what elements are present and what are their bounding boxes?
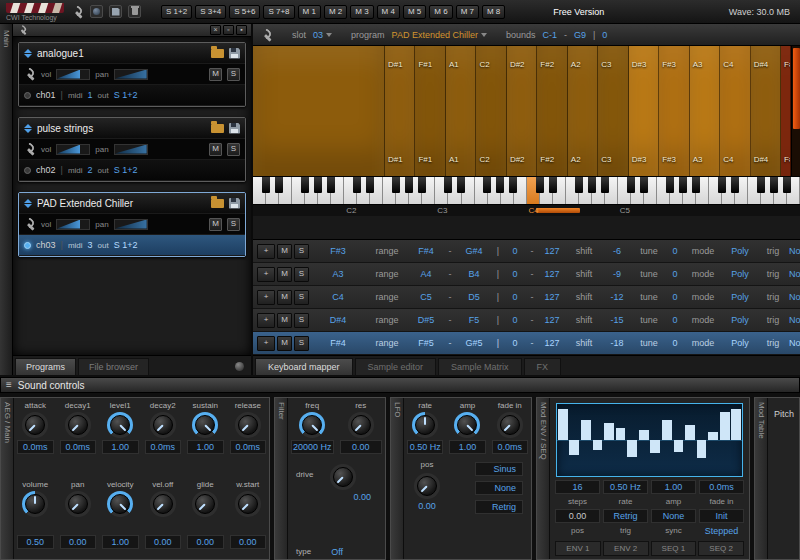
range-to-value[interactable]: G#5 bbox=[457, 338, 491, 348]
piano-key-black[interactable] bbox=[536, 177, 544, 193]
velocity-knob[interactable] bbox=[107, 491, 133, 517]
decay1-value[interactable]: 0.0ms bbox=[60, 440, 97, 454]
vol-fader[interactable] bbox=[56, 219, 90, 230]
tab-fx[interactable]: FX bbox=[524, 358, 562, 375]
rate-value[interactable]: 0.50 Hz bbox=[407, 440, 443, 454]
piano-key-black[interactable] bbox=[731, 177, 739, 193]
tab-seq-2[interactable]: SEQ 2 bbox=[698, 541, 744, 556]
mute-button[interactable]: M bbox=[277, 313, 292, 328]
shift-value[interactable]: -6 bbox=[603, 246, 631, 256]
wrench-icon[interactable] bbox=[24, 68, 36, 80]
range-from-value[interactable]: F#4 bbox=[409, 246, 443, 256]
mute-button[interactable]: M bbox=[277, 244, 292, 259]
seq-step-bar[interactable] bbox=[674, 440, 684, 452]
program-slot[interactable]: PAD Extended ChillervolpanMSch03|midi3ou… bbox=[18, 192, 246, 257]
save-icon[interactable] bbox=[229, 48, 240, 59]
vel.off-knob[interactable] bbox=[150, 491, 176, 517]
shift-value[interactable]: -18 bbox=[603, 338, 631, 348]
minimize-button[interactable]: ▪ bbox=[236, 25, 247, 35]
mute-button[interactable]: M bbox=[277, 290, 292, 305]
freq-value[interactable]: 20000 Hz bbox=[291, 440, 334, 454]
maximize-button[interactable]: ▫ bbox=[223, 25, 234, 35]
vel.off-value[interactable]: 0.00 bbox=[145, 535, 182, 549]
piano-key-black[interactable] bbox=[444, 177, 452, 193]
sample-zone[interactable] bbox=[253, 46, 385, 176]
seq-step-bar[interactable] bbox=[685, 425, 695, 440]
pan-fader[interactable] bbox=[114, 144, 148, 155]
bus-button-s-5+6[interactable]: S 5+6 bbox=[229, 5, 260, 19]
root-note-value[interactable]: D#4 bbox=[311, 315, 365, 325]
lfo-sync-value[interactable]: None bbox=[475, 481, 523, 495]
piano-key-black[interactable] bbox=[718, 177, 726, 193]
bounds-low-value[interactable]: C-1 bbox=[542, 30, 557, 40]
trash-icon[interactable] bbox=[128, 5, 141, 18]
release-knob[interactable] bbox=[235, 412, 261, 438]
tab-sample-editor[interactable]: Sample editor bbox=[355, 358, 437, 375]
pan-fader[interactable] bbox=[114, 69, 148, 80]
seq-fadein-value[interactable]: 0.0ms bbox=[699, 480, 744, 494]
pan-knob[interactable] bbox=[65, 491, 91, 517]
sample-zone[interactable]: C3C3 bbox=[598, 46, 628, 176]
attack-value[interactable]: 0.0ms bbox=[17, 440, 54, 454]
mode-value[interactable]: Poly bbox=[723, 269, 757, 279]
output-value[interactable]: S 1+2 bbox=[114, 90, 138, 100]
velocity-high-value[interactable]: 127 bbox=[539, 246, 565, 256]
save-icon[interactable] bbox=[229, 198, 240, 209]
velocity-low-value[interactable]: 0 bbox=[505, 338, 525, 348]
sustain-value[interactable]: 1.00 bbox=[187, 440, 224, 454]
mod-table-item[interactable]: Pitch bbox=[768, 401, 799, 419]
bus-button-m-2[interactable]: M 2 bbox=[324, 5, 347, 19]
piano-key-black[interactable] bbox=[783, 177, 791, 193]
seq-step-bar[interactable] bbox=[558, 409, 568, 440]
drive-knob[interactable] bbox=[330, 464, 356, 490]
seq-step-bar[interactable] bbox=[593, 440, 603, 450]
piano-key-black[interactable] bbox=[457, 177, 465, 193]
piano-key-black[interactable] bbox=[640, 177, 648, 193]
rate-knob[interactable] bbox=[412, 412, 438, 438]
tab-file-browser[interactable]: File browser bbox=[78, 358, 149, 375]
tune-value[interactable]: 0 bbox=[667, 292, 683, 302]
init-button[interactable]: Init bbox=[699, 509, 744, 523]
folder-icon[interactable] bbox=[211, 49, 224, 58]
tab-env-1[interactable]: ENV 1 bbox=[555, 541, 601, 556]
amp-value[interactable]: 1.00 bbox=[449, 440, 485, 454]
solo-button[interactable]: S bbox=[294, 336, 309, 351]
w.start-knob[interactable] bbox=[235, 491, 261, 517]
program-slot[interactable]: analogue1volpanMSch01|midi1outS 1+2 bbox=[18, 42, 246, 107]
mapping-row[interactable]: +MSA3rangeA4-B4|0-127shift-9tune0modePol… bbox=[253, 263, 800, 286]
mode-value[interactable]: Poly bbox=[723, 292, 757, 302]
velocity-low-value[interactable]: 0 bbox=[505, 315, 525, 325]
midi-icon[interactable] bbox=[90, 5, 103, 18]
seq-step-bar[interactable] bbox=[616, 428, 626, 440]
piano-key-black[interactable] bbox=[627, 177, 635, 193]
midi-channel-value[interactable]: 1 bbox=[88, 90, 93, 100]
seq-trig-value[interactable]: Retrig bbox=[603, 509, 648, 523]
mode-value[interactable]: Poly bbox=[723, 338, 757, 348]
volume-value[interactable]: 0.50 bbox=[17, 535, 54, 549]
bus-button-s-3+4[interactable]: S 3+4 bbox=[195, 5, 226, 19]
piano-key-black[interactable] bbox=[601, 177, 609, 193]
output-value[interactable]: S 1+2 bbox=[114, 240, 138, 250]
seq-step-bar[interactable] bbox=[569, 440, 579, 455]
glide-knob[interactable] bbox=[192, 491, 218, 517]
shift-value[interactable]: -9 bbox=[603, 269, 631, 279]
level1-value[interactable]: 1.00 bbox=[102, 440, 139, 454]
seq-sync-value[interactable]: None bbox=[651, 509, 696, 523]
solo-button[interactable]: S bbox=[227, 218, 240, 231]
velocity-low-value[interactable]: 0 bbox=[505, 292, 525, 302]
velocity-high-value[interactable]: 127 bbox=[539, 292, 565, 302]
piano-key-black[interactable] bbox=[692, 177, 700, 193]
sample-zone[interactable]: D#1D#1 bbox=[385, 46, 415, 176]
velocity-high-value[interactable]: 127 bbox=[539, 315, 565, 325]
trig-value[interactable]: Normal bbox=[789, 315, 800, 325]
midi-channel-value[interactable]: 3 bbox=[88, 240, 93, 250]
solo-button[interactable]: S bbox=[227, 143, 240, 156]
seq-step-bar[interactable] bbox=[662, 420, 672, 440]
tab-seq-1[interactable]: SEQ 1 bbox=[651, 541, 697, 556]
midi-channel-value[interactable]: 2 bbox=[88, 165, 93, 175]
piano-key-black[interactable] bbox=[509, 177, 517, 193]
range-to-value[interactable]: F5 bbox=[457, 315, 491, 325]
seq-amp-value[interactable]: 1.00 bbox=[651, 480, 696, 494]
reorder-icon[interactable] bbox=[24, 199, 32, 208]
piano-key-black[interactable] bbox=[314, 177, 322, 193]
